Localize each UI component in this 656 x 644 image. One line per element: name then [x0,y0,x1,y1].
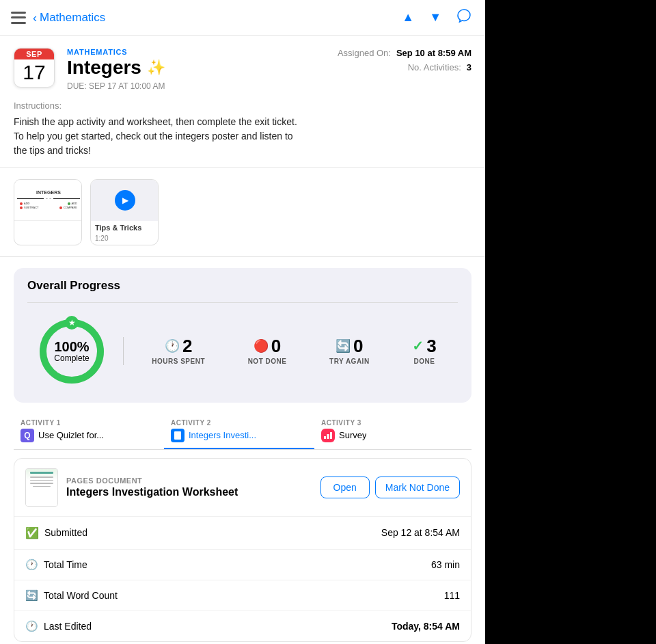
donut-label: Complete [54,353,89,363]
progress-content: ★ 100% Complete 🕐 2 HOURS SPENT [27,314,458,389]
activity-name: Integers Investigation Worksheet [66,486,312,498]
activities-count-row: No. Activities: 3 [335,62,472,72]
assignment-header: SEP 17 MATHEMATICS Integers ✨ DUE: SEP 1… [0,36,485,100]
sidebar-toggle-icon[interactable] [11,12,26,24]
subject-label: MATHEMATICS [67,48,323,56]
last-edited-left: 🕐 Last Edited [25,620,92,632]
svg-rect-5 [324,436,326,439]
tab-activity-1[interactable]: ACTIVITY 1 Q Use Quizlet for... [14,414,164,449]
tab-activity-2[interactable]: ACTIVITY 2 Integers Investi... [164,414,314,449]
open-button[interactable]: Open [320,477,370,498]
sparkle-icon: ✨ [147,59,165,76]
video-duration: 1:20 [91,234,158,245]
stat-tryagain-top: 🔄 0 [336,337,363,355]
word-count-icon: 🔄 [25,589,38,602]
tab-2-title: Integers Investi... [189,430,256,440]
video-thumbnail: ▶ [91,180,159,221]
stat-hours-top: 🕐 2 [165,337,192,355]
try-again-icon: 🔄 [336,340,351,352]
last-edited-value: Today, 8:54 AM [392,621,460,632]
activities-value: 3 [467,62,472,72]
total-time-left: 🕐 Total Time [25,559,87,571]
tab-1-icon: Q [20,429,34,442]
document-thumbnail [25,468,58,507]
tab-1-label: ACTIVITY 1 [20,419,157,427]
assigned-on-label: Assigned On: [338,48,391,58]
tab-activity-3[interactable]: ACTIVITY 3 Survey [314,414,465,449]
stat-not-done: 🔴 0 NOT DONE [248,337,287,365]
total-time-row: 🕐 Total Time 63 min [14,550,471,580]
svg-rect-6 [327,434,329,439]
stat-tryagain-value: 0 [353,337,363,355]
activity-detail-card: PAGES DOCUMENT Integers Investigation Wo… [14,458,472,642]
stat-hours-value: 2 [182,337,192,355]
not-done-icon: 🔴 [254,340,269,352]
attachment-video[interactable]: ▶ Tips & Tricks 1:20 [90,179,159,245]
submitted-date: Sep 12 at 8:54 AM [381,527,460,538]
assignment-title: Integers ✨ [67,57,323,79]
progress-divider [27,302,458,303]
attachments-section: INTEGERS ←→ ADD ADD SUBTRACT COMPARE [0,168,485,257]
submission-left: ✅ Submitted [25,526,87,539]
calendar-day: 17 [14,59,54,87]
tab-2-label: ACTIVITY 2 [171,419,308,427]
nav-right: ▲ ▼ [399,7,474,28]
stat-notdone-top: 🔴 0 [254,337,281,355]
submission-row: ✅ Submitted Sep 12 at 8:54 AM [14,517,471,550]
time-icon: 🕐 [25,559,38,571]
poster-thumbnail: INTEGERS ←→ ADD ADD SUBTRACT COMPARE [14,180,82,221]
word-count-value: 111 [444,590,460,601]
activities-section: ACTIVITY 1 Q Use Quizlet for... ACTIVITY… [14,414,472,642]
stat-hours-label: HOURS SPENT [152,358,205,365]
assignment-info: MATHEMATICS Integers ✨ DUE: SEP 17 AT 10… [67,48,323,91]
assigned-on-row: Assigned On: Sep 10 at 8:59 AM [335,48,472,58]
donut-chart: ★ 100% Complete [27,314,116,389]
stat-tryagain-label: TRY AGAIN [329,358,370,365]
play-icon: ▶ [115,190,135,211]
nav-up-button[interactable]: ▲ [399,9,417,26]
stat-notdone-value: 0 [271,337,281,355]
tab-3-title: Survey [339,430,366,440]
activity-actions: Open Mark Not Done [320,477,460,498]
back-button[interactable]: ‹ Mathematics [33,11,105,25]
tab-2-content: Integers Investi... [171,429,308,442]
instructions-text: Finish the app activity and worksheet, t… [14,115,472,158]
overall-progress-section: Overall Progress ★ 100% Complete [14,268,472,403]
main-panel: ‹ Mathematics ▲ ▼ SEP 17 MATHEMATICS Int… [0,0,485,644]
clock-icon: 🕐 [165,340,180,352]
right-panel [485,0,656,644]
instructions-section: Instructions: Finish the app activity an… [0,100,485,168]
top-nav: ‹ Mathematics ▲ ▼ [0,0,485,36]
activity-detail-header: PAGES DOCUMENT Integers Investigation Wo… [14,459,471,517]
stat-done: ✓ 3 DONE [412,337,436,365]
done-checkmark-icon: ✓ [412,339,424,353]
chevron-left-icon: ‹ [33,12,37,24]
submitted-label: Submitted [44,527,87,538]
chat-button[interactable] [454,7,474,28]
word-count-left: 🔄 Total Word Count [25,589,118,602]
stat-notdone-label: NOT DONE [248,358,287,365]
nav-down-button[interactable]: ▼ [426,9,444,26]
attachment-poster[interactable]: INTEGERS ←→ ADD ADD SUBTRACT COMPARE [14,179,82,245]
word-count-row: 🔄 Total Word Count 111 [14,580,471,611]
stat-hours-spent: 🕐 2 HOURS SPENT [152,337,205,365]
mark-not-done-button[interactable]: Mark Not Done [375,477,460,498]
last-edited-row: 🕐 Last Edited Today, 8:54 AM [14,611,471,641]
title-text: Integers [67,57,141,79]
due-date: DUE: SEP 17 AT 10:00 AM [67,81,323,91]
instructions-label: Instructions: [14,100,472,111]
tab-1-content: Q Use Quizlet for... [20,429,157,442]
last-edited-label: Last Edited [44,621,92,632]
activity-detail-info: PAGES DOCUMENT Integers Investigation Wo… [66,477,312,498]
tab-3-icon [321,429,335,442]
submitted-checkmark-icon: ✅ [25,526,39,539]
tab-3-label: ACTIVITY 3 [321,419,458,427]
progress-title: Overall Progress [27,279,458,293]
calendar-badge: SEP 17 [14,48,55,88]
total-time-value: 63 min [431,559,460,570]
tab-3-content: Survey [321,429,458,442]
stat-try-again: 🔄 0 TRY AGAIN [329,337,370,365]
svg-rect-7 [330,432,332,439]
donut-center: 100% Complete [54,340,89,363]
activity-type-label: PAGES DOCUMENT [66,477,312,485]
